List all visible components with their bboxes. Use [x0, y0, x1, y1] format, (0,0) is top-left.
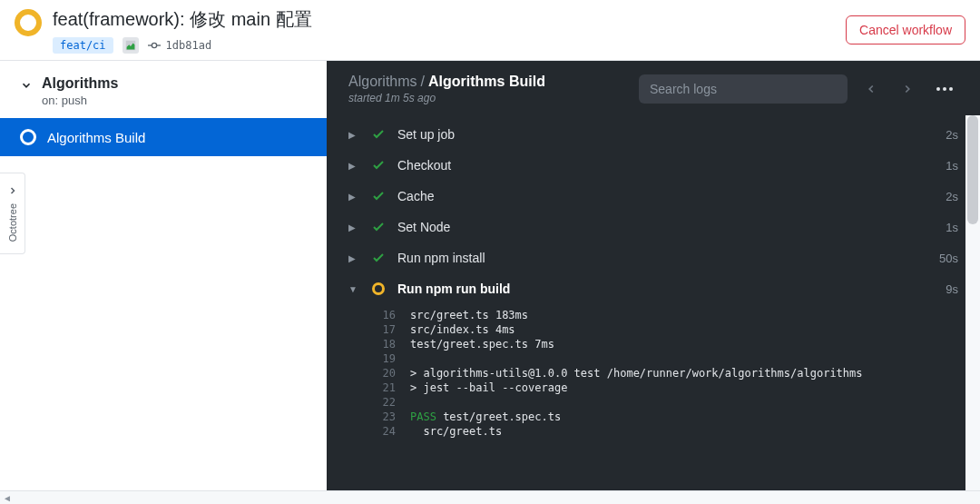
octotree-toggle[interactable]: Octotree [0, 173, 25, 254]
line-number: 17 [377, 323, 410, 336]
chevron-down-icon [20, 79, 33, 92]
steps-list: ▶Set up job2s▶Checkout1s▶Cache2s▶Set Nod… [327, 114, 980, 504]
caret-right-icon: ▶ [348, 222, 359, 232]
step-name: Run npm run build [397, 282, 935, 296]
line-number: 20 [377, 367, 410, 380]
workflow-trigger: on: push [42, 94, 118, 107]
caret-right-icon: ▶ [348, 253, 359, 263]
check-icon [370, 250, 387, 266]
log-line[interactable]: 21> jest --bail --coverage [377, 380, 980, 395]
line-number: 22 [377, 396, 410, 409]
check-icon [370, 219, 387, 235]
header-left: feat(framework): 修改 main 配置 feat/ci 1db8… [15, 7, 846, 54]
log-line[interactable]: 18test/greet.spec.ts 7ms [377, 337, 980, 351]
job-status-running-icon [20, 129, 36, 145]
line-text: src/greet.ts [410, 425, 502, 438]
step-duration: 9s [946, 282, 958, 296]
log-output: 16src/greet.ts 183ms17src/index.ts 4ms18… [327, 304, 980, 442]
step-name: Checkout [397, 158, 935, 173]
step-name: Run npm install [397, 251, 928, 265]
step-duration: 2s [946, 190, 958, 203]
step-row[interactable]: ▼Run npm run build9s [327, 273, 980, 304]
step-row[interactable]: ▶Checkout1s [327, 150, 980, 181]
line-text: PASS test/greet.spec.ts [410, 410, 561, 423]
step-duration: 1s [946, 221, 958, 234]
page-header: feat(framework): 修改 main 配置 feat/ci 1db8… [0, 0, 980, 61]
workflow-info: Algorithms on: push [42, 75, 118, 107]
line-number: 19 [377, 352, 410, 365]
line-number: 21 [377, 381, 410, 394]
broken-image-icon [124, 39, 137, 52]
commit-title: feat(framework): 修改 main 配置 [53, 7, 312, 32]
step-row[interactable]: ▶Set up job2s [327, 119, 980, 150]
scrollbar-thumb[interactable] [967, 115, 978, 224]
horizontal-scrollbar[interactable]: ◄ [0, 490, 980, 504]
log-line[interactable]: 23PASS test/greet.spec.ts [377, 410, 980, 424]
avatar[interactable] [122, 37, 139, 54]
step-duration: 50s [939, 252, 958, 265]
running-icon [370, 281, 387, 297]
log-line[interactable]: 19 [377, 351, 980, 366]
log-title-block: Algorithms/Algorithms Build started 1m 5… [348, 74, 628, 104]
scroll-left-arrow[interactable]: ◄ [0, 493, 15, 503]
dot-icon [936, 87, 940, 91]
step-name: Set Node [397, 220, 935, 234]
job-name: Algorithms Build [47, 130, 145, 145]
job-item-algorithms-build[interactable]: Algorithms Build [0, 118, 327, 156]
next-result-button[interactable] [895, 76, 920, 102]
log-line[interactable]: 24 src/greet.ts [377, 424, 980, 439]
step-row[interactable]: ▶Set Node1s [327, 212, 980, 242]
commit-icon [148, 39, 161, 52]
step-duration: 1s [946, 159, 958, 173]
cancel-workflow-button[interactable]: Cancel workflow [846, 15, 965, 44]
log-line[interactable]: 20> algorithms-utils@1.0.0 test /home/ru… [377, 366, 980, 380]
sidebar: Algorithms on: push Algorithms Build [0, 61, 327, 504]
log-subtitle: started 1m 5s ago [348, 92, 628, 104]
line-number: 16 [377, 309, 410, 321]
line-text: > jest --bail --coverage [410, 381, 567, 394]
search-logs-input[interactable] [639, 74, 848, 104]
prev-result-button[interactable] [858, 76, 884, 102]
log-menu-button[interactable] [931, 82, 958, 96]
line-number: 23 [377, 410, 410, 423]
dot-icon [943, 87, 946, 91]
line-text: src/index.ts 4ms [410, 323, 515, 336]
svg-point-0 [152, 43, 156, 47]
breadcrumb-parent[interactable]: Algorithms [348, 74, 417, 89]
step-name: Set up job [397, 127, 935, 142]
caret-down-icon: ▼ [348, 284, 359, 294]
chevron-right-icon [7, 185, 18, 196]
octotree-label: Octotree [7, 203, 18, 242]
header-title-block: feat(framework): 修改 main 配置 feat/ci 1db8… [53, 7, 312, 54]
branch-badge[interactable]: feat/ci [53, 37, 113, 54]
commit-hash-text: 1db81ad [166, 39, 212, 52]
line-number: 24 [377, 425, 410, 438]
log-line[interactable]: 22 [377, 395, 980, 410]
main-content: Algorithms on: push Algorithms Build Alg… [0, 61, 980, 504]
commit-ref[interactable]: 1db81ad [148, 39, 212, 52]
status-running-icon [15, 9, 42, 36]
caret-right-icon: ▶ [348, 161, 359, 171]
check-icon [370, 126, 387, 143]
step-row[interactable]: ▶Run npm install50s [327, 242, 980, 273]
log-scrollbar[interactable] [965, 115, 980, 504]
chevron-right-icon [901, 83, 914, 95]
caret-right-icon: ▶ [348, 130, 359, 140]
workflow-header[interactable]: Algorithms on: push [0, 61, 327, 118]
breadcrumb: Algorithms/Algorithms Build [348, 74, 628, 90]
dot-icon [949, 87, 953, 91]
log-header: Algorithms/Algorithms Build started 1m 5… [327, 61, 980, 114]
chevron-left-icon [865, 83, 877, 95]
log-line[interactable]: 17src/index.ts 4ms [377, 322, 980, 337]
step-duration: 2s [946, 128, 958, 142]
log-line[interactable]: 16src/greet.ts 183ms [377, 308, 980, 322]
check-icon [370, 157, 387, 173]
workflow-name: Algorithms [42, 75, 118, 92]
breadcrumb-current: Algorithms Build [428, 74, 545, 89]
step-name: Cache [397, 189, 935, 203]
line-text: src/greet.ts 183ms [410, 309, 528, 321]
step-row[interactable]: ▶Cache2s [327, 181, 980, 212]
line-text: test/greet.spec.ts 7ms [410, 338, 554, 351]
check-icon [370, 188, 387, 204]
caret-right-icon: ▶ [348, 192, 359, 202]
